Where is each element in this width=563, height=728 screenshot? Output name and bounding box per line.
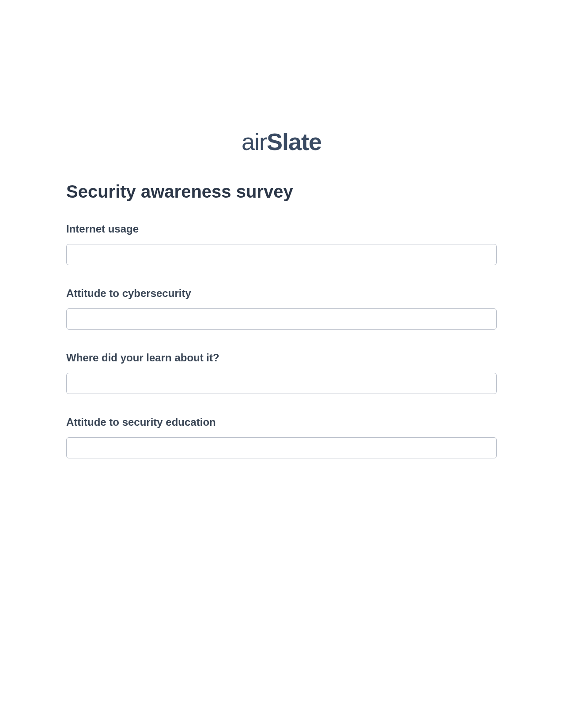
field-group-security-education: Attitude to security education [66, 416, 497, 458]
field-group-where-learn: Where did your learn about it? [66, 352, 497, 394]
brand-logo: airSlate [242, 128, 321, 155]
label-where-learn: Where did your learn about it? [66, 352, 497, 364]
form-container: airSlate Security awareness survey Inter… [0, 0, 563, 458]
field-group-attitude-cybersecurity: Attitude to cybersecurity [66, 287, 497, 330]
label-security-education: Attitude to security education [66, 416, 497, 428]
logo-wrap: airSlate [66, 128, 497, 155]
form-title: Security awareness survey [66, 182, 497, 202]
label-attitude-cybersecurity: Attitude to cybersecurity [66, 287, 497, 300]
label-internet-usage: Internet usage [66, 223, 497, 235]
logo-suffix: Slate [267, 128, 321, 155]
input-attitude-cybersecurity[interactable] [66, 308, 497, 330]
input-where-learn[interactable] [66, 373, 497, 394]
field-group-internet-usage: Internet usage [66, 223, 497, 265]
input-security-education[interactable] [66, 437, 497, 458]
input-internet-usage[interactable] [66, 244, 497, 265]
logo-prefix: air [242, 128, 267, 155]
